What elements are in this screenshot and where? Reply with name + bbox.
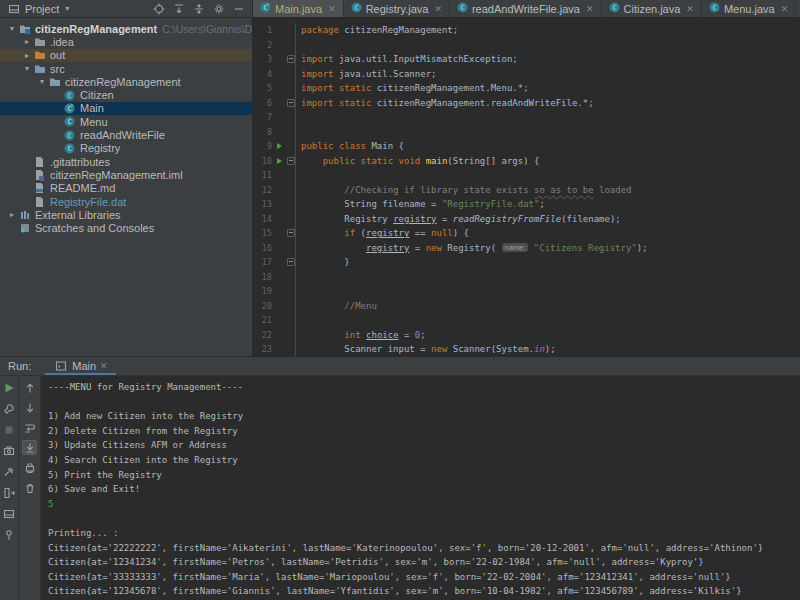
line-number: 22	[253, 330, 272, 340]
build-icon[interactable]	[2, 464, 17, 479]
fold-marker-icon[interactable]	[287, 229, 295, 237]
class-icon: C	[351, 2, 362, 15]
close-icon[interactable]: ✕	[586, 4, 594, 14]
fold-marker-icon[interactable]	[287, 258, 295, 266]
pin-icon[interactable]	[2, 527, 17, 542]
code-editor[interactable]: 1package citizenRegManagement;23import j…	[253, 18, 800, 356]
tree-item-label: RegistryFile.dat	[50, 196, 126, 208]
restore-layout-icon[interactable]	[2, 506, 17, 521]
svg-text:C: C	[67, 105, 71, 113]
editor-tab-citizen-java[interactable]: CCitizen.java✕	[602, 0, 702, 17]
stop-icon[interactable]	[2, 422, 17, 437]
chevron-right-icon[interactable]: ▸	[6, 210, 18, 219]
editor-tab-registry-java[interactable]: CRegistry.java✕	[344, 0, 450, 17]
svg-text:C: C	[460, 4, 464, 12]
console-line: 1) Add new Citizen into the Registry	[48, 409, 800, 424]
code-line-15: 15 if (registry == null) {	[253, 226, 800, 241]
code-line-12: 12 //Checking if library state exists so…	[253, 183, 800, 198]
settings-gear-icon[interactable]	[212, 2, 226, 16]
scroll-to-end-icon[interactable]	[22, 440, 37, 455]
project-header-actions	[152, 2, 252, 16]
editor-tab-menu-java[interactable]: CMenu.java✕	[702, 0, 796, 17]
console-output[interactable]: ----MENU for Registry Management---- 1) …	[41, 376, 800, 600]
line-number: 7	[253, 112, 272, 122]
line-number: 18	[253, 272, 272, 282]
run-arrow-icon[interactable]	[277, 143, 282, 149]
line-number: 17	[253, 257, 272, 267]
camera-icon[interactable]	[2, 443, 17, 458]
chevron-right-icon[interactable]: ▸	[21, 51, 33, 60]
tree-item-citizenregmanagement-iml[interactable]: citizenRegManagement.iml	[0, 168, 252, 181]
editor-tab-readandwritefile-java[interactable]: CreadAndWriteFile.java✕	[450, 0, 602, 17]
file-icon	[33, 196, 46, 208]
chevron-down-icon[interactable]: ▾	[6, 24, 18, 33]
tree-item-citizen[interactable]: CCitizen	[0, 88, 252, 101]
close-icon[interactable]: ✕	[781, 4, 789, 14]
libraries-icon	[18, 209, 31, 221]
code-text: Scanner input = new Scanner(System.in);	[296, 344, 556, 354]
tree-item-readme-md[interactable]: README.md	[0, 182, 252, 195]
tree-item-citizenregmanagement[interactable]: ▾citizenRegManagement	[0, 75, 252, 88]
clear-icon[interactable]	[22, 480, 37, 495]
close-icon[interactable]: ✕	[686, 4, 694, 14]
class-icon: C	[63, 116, 76, 127]
print-icon[interactable]	[22, 460, 37, 475]
code-line-16: 16 registry = new Registry( name: "Citiz…	[253, 241, 800, 256]
tree-item-external-libraries[interactable]: ▸External Libraries	[0, 208, 252, 221]
tree-item-main[interactable]: CMain	[0, 102, 252, 115]
chevron-down-icon[interactable]: ▾	[65, 4, 69, 13]
folder-excluded-icon	[33, 49, 46, 61]
tree-item-label: Registry	[80, 142, 120, 154]
locate-icon[interactable]	[152, 2, 166, 16]
code-text: package citizenRegManagement;	[296, 25, 458, 35]
editor-tab-main-java[interactable]: CMain.java✕	[253, 0, 344, 17]
tree-item-menu[interactable]: CMenu	[0, 115, 252, 128]
console-line: Printing... :	[48, 526, 800, 541]
hide-panel-icon[interactable]	[232, 2, 246, 16]
run-window-icon	[53, 359, 68, 374]
svg-text:C: C	[263, 4, 267, 12]
exit-icon[interactable]	[2, 485, 17, 500]
close-icon[interactable]: ✕	[328, 4, 336, 14]
line-number: 5	[253, 83, 272, 93]
collapse-all-icon[interactable]	[192, 2, 206, 16]
settings-wrench-icon[interactable]	[2, 401, 17, 416]
tree-item-scratches-and-consoles[interactable]: Scratches and Consoles	[0, 221, 252, 234]
down-stack-icon[interactable]	[22, 400, 37, 415]
close-icon[interactable]: ✕	[100, 361, 108, 371]
tree-item-registry[interactable]: CRegistry	[0, 142, 252, 155]
tree-item-label: Menu	[80, 116, 108, 128]
tree-item-label: Scratches and Consoles	[35, 222, 154, 234]
run-arrow-icon[interactable]	[277, 158, 282, 164]
tree-item-src[interactable]: ▾src	[0, 62, 252, 75]
rerun-icon[interactable]	[2, 380, 17, 395]
code-text: if (registry == null) {	[296, 228, 469, 238]
chevron-down-icon[interactable]: ▾	[21, 64, 33, 73]
soft-wrap-icon[interactable]	[22, 420, 37, 435]
close-icon[interactable]: ✕	[434, 4, 442, 14]
line-number: 11	[253, 170, 272, 180]
scroll-from-source-icon[interactable]	[172, 2, 186, 16]
chevron-right-icon[interactable]: ▸	[21, 37, 33, 46]
fold-marker-icon[interactable]	[287, 99, 295, 107]
console-line: 3) Update Citizens AFM or Address	[48, 438, 800, 453]
console-toolbar	[19, 376, 41, 600]
tree-item-readandwritefile[interactable]: CreadAndWriteFile	[0, 128, 252, 141]
chevron-down-icon[interactable]: ▾	[36, 77, 48, 86]
tree-item--gitattributes[interactable]: .gitattributes	[0, 155, 252, 168]
code-line-20: 20 //Menu	[253, 299, 800, 314]
fold-marker-icon[interactable]	[287, 157, 295, 165]
tree-item-citizenregmanagement[interactable]: ▾citizenRegManagementC:\Users\Giannis\De…	[0, 22, 252, 35]
fold-marker-icon[interactable]	[287, 55, 295, 63]
tree-item--idea[interactable]: ▸.idea	[0, 35, 252, 48]
line-number: 19	[253, 286, 272, 296]
run-tab-main[interactable]: Main ✕	[45, 357, 115, 375]
console-line: Citizen{at='12345678', firstName='Gianni…	[48, 584, 800, 599]
up-stack-icon[interactable]	[22, 380, 37, 395]
tree-item-registryfile-dat[interactable]: RegistryFile.dat	[0, 195, 252, 208]
svg-text:C: C	[354, 4, 358, 12]
project-tool-header[interactable]: Project ▾	[0, 0, 253, 17]
code-text: String filename = "RegistryFile.dat";	[296, 199, 545, 209]
tree-item-out[interactable]: ▸out	[0, 49, 252, 62]
project-tree[interactable]: ▾citizenRegManagementC:\Users\Giannis\De…	[0, 18, 253, 356]
